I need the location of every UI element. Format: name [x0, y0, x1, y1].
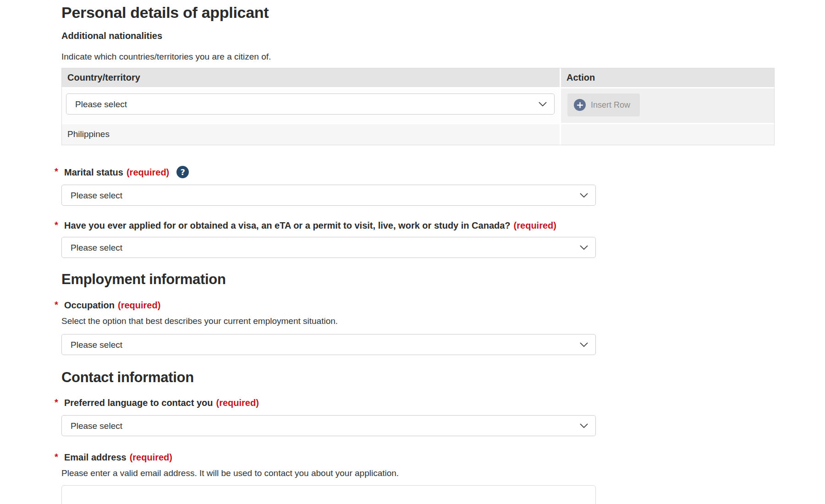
table-header-row: Country/territory Action: [62, 68, 774, 87]
required-asterisk: *: [55, 300, 58, 310]
help-icon[interactable]: ?: [176, 166, 189, 178]
occupation-select[interactable]: Please select: [61, 334, 596, 355]
nationalities-heading: Additional nationalities: [61, 31, 825, 41]
required-indicator: (required): [216, 398, 259, 408]
table-row-country-value: Philippines: [62, 124, 560, 145]
country-select-cell: Please select: [62, 88, 560, 123]
email-description: Please enter a valid email address. It w…: [61, 468, 825, 478]
required-asterisk: *: [55, 220, 58, 230]
required-asterisk: *: [55, 452, 58, 462]
canada-history-label: Have you ever applied for or obtained a …: [64, 219, 556, 231]
marital-status-label-text: Marital status: [64, 167, 123, 177]
plus-circle-icon: [574, 99, 586, 111]
canada-history-label-row: * Have you ever applied for or obtained …: [64, 219, 825, 231]
email-label-row: * Email address(required): [64, 451, 825, 463]
marital-status-label: Marital status(required): [64, 166, 169, 178]
occupation-label-row: * Occupation(required): [64, 299, 825, 311]
preferred-language-select[interactable]: Please select: [61, 415, 596, 436]
canada-history-label-text: Have you ever applied for or obtained a …: [64, 220, 511, 230]
table-row: Philippines: [62, 124, 774, 145]
applicant-form-page: Personal details of applicant Additional…: [0, 0, 825, 504]
required-indicator: (required): [118, 300, 160, 310]
action-cell: Insert Row: [561, 88, 774, 123]
occupation-description: Select the option that best describes yo…: [61, 316, 825, 326]
marital-status-label-row: * Marital status(required) ?: [64, 166, 825, 178]
required-asterisk: *: [55, 397, 58, 408]
email-label-text: Email address: [64, 452, 126, 462]
country-select[interactable]: Please select: [66, 93, 555, 115]
occupation-label: Occupation(required): [64, 299, 160, 311]
required-indicator: (required): [130, 452, 172, 462]
table-entry-row: Please select Insert Row: [62, 88, 774, 123]
canada-history-select[interactable]: Please select: [61, 237, 596, 258]
insert-row-label: Insert Row: [591, 100, 630, 110]
preferred-language-select-wrap: Please select: [61, 415, 596, 436]
page-title: Personal details of applicant: [61, 4, 825, 22]
required-indicator: (required): [126, 167, 169, 177]
preferred-language-label-text: Preferred language to contact you: [64, 398, 213, 408]
nationalities-instruction: Indicate which countries/territories you…: [61, 52, 825, 62]
column-header-action: Action: [561, 68, 774, 87]
country-select-wrap: Please select: [66, 93, 555, 115]
column-header-country: Country/territory: [62, 68, 560, 87]
table-row-action-cell: [561, 124, 774, 145]
employment-section-heading: Employment information: [61, 271, 825, 288]
nationalities-table: Country/territory Action Please select: [61, 68, 775, 145]
occupation-label-text: Occupation: [64, 300, 115, 310]
required-asterisk: *: [55, 166, 58, 177]
email-label: Email address(required): [64, 451, 172, 463]
preferred-language-label: Preferred language to contact you(requir…: [64, 397, 259, 409]
canada-history-select-wrap: Please select: [61, 237, 596, 258]
required-indicator: (required): [514, 220, 556, 230]
contact-section-heading: Contact information: [61, 369, 825, 386]
insert-row-button[interactable]: Insert Row: [567, 93, 640, 116]
email-input[interactable]: [61, 485, 596, 504]
occupation-select-wrap: Please select: [61, 334, 596, 355]
marital-status-select[interactable]: Please select: [61, 185, 596, 206]
preferred-language-label-row: * Preferred language to contact you(requ…: [64, 397, 825, 409]
marital-status-select-wrap: Please select: [61, 185, 596, 206]
